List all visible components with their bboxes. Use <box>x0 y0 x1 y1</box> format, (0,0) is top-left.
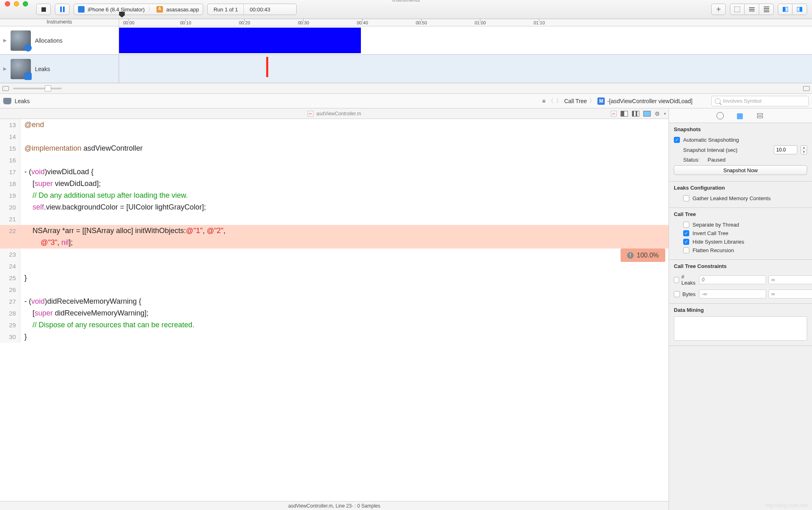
inspector-tabs: ▦ <box>669 108 812 123</box>
crumb-segment[interactable]: Call Tree <box>564 98 587 104</box>
timeline-header-label: Instruments <box>0 19 119 26</box>
zoom-slider[interactable] <box>13 88 62 89</box>
display-settings-tab[interactable]: ▦ <box>735 111 744 120</box>
gather-checkbox[interactable] <box>683 195 689 201</box>
stop-icon <box>41 7 46 12</box>
assistant-icon[interactable] <box>621 111 628 117</box>
file-m-icon: m <box>308 111 313 117</box>
track-body[interactable] <box>119 26 812 54</box>
auto-snapshot-label: Automatic Snapshotting <box>683 137 807 143</box>
constraints-section: Call Tree Constraints # Leaks Bytes <box>669 260 812 304</box>
flatten-checkbox[interactable] <box>683 247 689 253</box>
target-selector[interactable]: iPhone 6 (8.4 Simulator) 〉 asasasas.app <box>74 4 203 15</box>
slider-knob[interactable] <box>45 85 51 92</box>
interval-stepper[interactable]: ▲▼ <box>801 145 807 154</box>
search-icon <box>715 98 721 104</box>
add-instrument-button[interactable]: + <box>711 4 726 15</box>
strategy-group <box>730 4 774 15</box>
track-head: ▶ Allocations <box>0 26 119 54</box>
timeline-footer <box>0 83 812 94</box>
editor-filename: asdViewController.m <box>317 111 361 117</box>
stepper-up-icon: ▲ <box>801 146 807 150</box>
device-icon <box>78 6 85 13</box>
gather-label: Gather Leaked Memory Contents <box>693 195 807 201</box>
disclosure-icon[interactable]: ▶ <box>3 38 7 43</box>
menu-icon[interactable]: ≡ <box>542 98 545 104</box>
snapshots-section: Snapshots Automatic Snapshotting Snapsho… <box>669 123 812 182</box>
leaks-min-field[interactable] <box>699 275 766 284</box>
minimize-window-icon[interactable] <box>14 1 19 6</box>
record-stop-button[interactable] <box>36 4 51 15</box>
view-left-button[interactable] <box>778 4 792 15</box>
hide-sys-checkbox[interactable] <box>683 239 689 245</box>
timeline-ticks[interactable]: 00:00 00:10 00:20 00:30 00:40 00:50 01:0… <box>119 19 812 26</box>
editor-panel: m asdViewController.m m ⚙▾ 13@end 14 15@… <box>0 108 669 510</box>
section-title: Call Tree Constraints <box>674 263 807 269</box>
invert-checkbox[interactable] <box>683 230 689 236</box>
section-title: Call Tree <box>674 211 807 217</box>
record-settings-tab[interactable] <box>716 112 724 119</box>
leaks-max-field[interactable] <box>769 275 812 284</box>
extended-detail-tab[interactable] <box>756 111 764 120</box>
search-placeholder: Involves Symbol <box>723 98 762 104</box>
pause-button[interactable] <box>55 4 69 15</box>
bytes-constraint-checkbox[interactable] <box>674 291 680 297</box>
leak-percentage-badge[interactable]: !100.0% <box>621 249 665 262</box>
strategy-button-3[interactable] <box>759 4 774 15</box>
view-right-button[interactable] <box>792 4 807 15</box>
file-m-icon[interactable]: m <box>611 111 617 117</box>
jump-bar[interactable]: ≡ 〈 〉 Call Tree 〉 M -[asdViewController … <box>542 97 693 105</box>
list-icon <box>749 7 755 11</box>
track-leaks[interactable]: ▶ Leaks <box>0 55 812 83</box>
leaks-constraint-checkbox[interactable] <box>674 277 679 283</box>
traffic-lights <box>5 1 28 6</box>
zoom-window-icon[interactable] <box>23 1 28 6</box>
track-config-icon[interactable] <box>2 86 9 91</box>
panel-right-icon <box>797 7 802 12</box>
interval-field[interactable] <box>774 145 797 154</box>
status-key: Status: <box>683 157 699 163</box>
editor-tabstrip: m asdViewController.m m ⚙▾ <box>0 108 669 119</box>
related-icon[interactable] <box>632 111 639 117</box>
disclosure-icon[interactable]: ▶ <box>3 66 7 71</box>
main-split: m asdViewController.m m ⚙▾ 13@end 14 15@… <box>0 108 812 510</box>
status-val: Paused <box>708 157 725 163</box>
track-body[interactable] <box>119 55 812 83</box>
elapsed-label: 00:00:43 <box>244 6 276 13</box>
crumb-segment[interactable]: -[asdViewController viewDidLoad] <box>607 98 693 104</box>
chevron-left-icon[interactable]: 〈 <box>548 97 554 105</box>
section-title: Leaks Configuration <box>674 185 807 191</box>
close-window-icon[interactable] <box>5 1 10 6</box>
strategy-button-2[interactable] <box>745 4 759 15</box>
strategy-button-1[interactable] <box>730 4 745 15</box>
bytes-max-field[interactable] <box>769 290 812 298</box>
chevron-right-icon[interactable]: 〉 <box>556 97 562 105</box>
track-name: Leaks <box>35 66 50 72</box>
inspector-panel: ▦ Snapshots Automatic Snapshotting Snaps… <box>669 108 812 510</box>
leaks-config-section: Leaks Configuration Gather Leaked Memory… <box>669 182 812 208</box>
method-badge-icon: M <box>597 97 605 105</box>
editor-statusbar: asdViewController.m, Line 23- : 0 Sample… <box>0 501 669 510</box>
view-icon[interactable] <box>643 111 651 117</box>
datamining-list[interactable] <box>674 316 807 341</box>
source-editor[interactable]: 13@end 14 15@implementation asdViewContr… <box>0 119 669 501</box>
device-label: iPhone 6 (8.4 Simulator) <box>88 6 145 13</box>
bytes-min-field[interactable] <box>699 290 766 298</box>
auto-snapshot-checkbox[interactable] <box>674 137 680 143</box>
panel-left-icon <box>783 7 788 12</box>
instrument-small-icon <box>3 98 11 104</box>
sep-thread-checkbox[interactable] <box>683 222 689 228</box>
snapshot-now-button[interactable]: Snapshot Now <box>674 165 807 175</box>
lines-icon <box>764 6 769 12</box>
app-icon <box>156 6 163 13</box>
section-title: Data Mining <box>674 307 807 313</box>
search-input[interactable]: Involves Symbol <box>711 96 809 106</box>
track-allocations[interactable]: ▶ Allocations <box>0 26 812 55</box>
view-group <box>778 4 807 15</box>
watermark: http://blog.csdn.net/ <box>765 503 808 508</box>
info-icon: ! <box>627 252 634 259</box>
leaks-icon <box>11 59 31 79</box>
gear-icon[interactable]: ⚙ <box>655 110 660 117</box>
calltree-section: Call Tree Separate by Thread Invert Call… <box>669 208 812 260</box>
inspector-toggle-icon[interactable] <box>803 86 810 91</box>
